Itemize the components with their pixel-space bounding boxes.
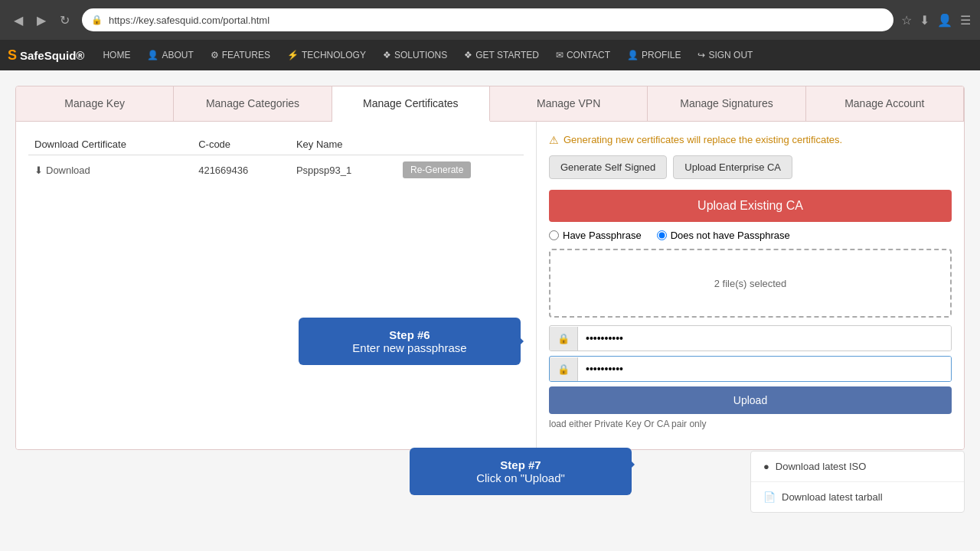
tab-content: Download Certificate C-code Key Name xyxy=(16,122,964,449)
nav-about[interactable]: 👤 ABOUT xyxy=(139,45,201,65)
user-icon[interactable]: 👤 xyxy=(937,13,952,28)
warning-icon: ⚠ xyxy=(549,134,559,146)
left-panel: Download Certificate C-code Key Name xyxy=(16,122,537,449)
nav-technology[interactable]: ⚡ TECHNOLOGY xyxy=(279,45,374,65)
nav-home-label: HOME xyxy=(103,50,130,60)
col-key-name: Key Name xyxy=(290,134,397,155)
no-passphrase-option[interactable]: Does not have Passphrase xyxy=(657,230,790,241)
regenerate-button[interactable]: Re-Generate xyxy=(403,161,471,178)
upload-existing-ca-button[interactable]: Upload Existing CA xyxy=(549,190,952,222)
generate-self-signed-button[interactable]: Generate Self Signed xyxy=(549,155,667,179)
have-passphrase-radio[interactable] xyxy=(549,230,559,240)
nav-sign-out[interactable]: ↪ SIGN OUT xyxy=(690,45,760,65)
browser-bar: ◀ ▶ ↻ 🔒 https://key.safesquid.com/portal… xyxy=(0,0,980,40)
iso-icon: ● xyxy=(763,461,769,472)
step-7-tooltip: Step #7 Click on "Upload" xyxy=(410,448,632,495)
passphrase-field-2: 🔒 xyxy=(549,356,952,382)
lock-icon: 🔒 xyxy=(91,15,103,25)
tab-manage-vpn[interactable]: Manage VPN xyxy=(490,86,648,121)
download-arrow-icon: ⬇ xyxy=(34,165,43,176)
nav-features-label: FEATURES xyxy=(222,50,270,60)
col-download-certificate: Download Certificate xyxy=(28,134,192,155)
download-link[interactable]: ⬇ Download xyxy=(34,165,186,176)
have-passphrase-option[interactable]: Have Passphrase xyxy=(549,230,642,241)
nav-bar: S SafeSquid® HOME 👤 ABOUT ⚙ FEATURES ⚡ T… xyxy=(0,40,980,70)
browser-right-icons: ☆ ⬇ 👤 ☰ xyxy=(901,13,971,28)
upload-button[interactable]: Upload xyxy=(549,386,952,414)
download-icon[interactable]: ⬇ xyxy=(920,13,929,28)
nav-get-started[interactable]: ❖ GET STARTED xyxy=(456,45,547,65)
cert-action-buttons: Generate Self Signed Upload Enterprise C… xyxy=(549,155,952,179)
logo-icon: S xyxy=(8,47,17,64)
step-6-body: Enter new passphrase xyxy=(314,341,505,354)
contact-icon: ✉ xyxy=(556,50,564,60)
table-row: ⬇ Download 421669436 Psppsp93_1 xyxy=(28,155,524,185)
download-tarball-link[interactable]: 📄 Download latest tarball xyxy=(751,482,964,512)
features-icon: ⚙ xyxy=(211,50,219,60)
tarball-icon: 📄 xyxy=(763,491,776,503)
step-6-tooltip: Step #6 Enter new passphrase xyxy=(299,318,521,365)
lock-icon-2: 🔒 xyxy=(550,357,578,381)
forward-button[interactable]: ▶ xyxy=(32,10,51,31)
nav-solutions[interactable]: ❖ SOLUTIONS xyxy=(375,45,455,65)
nav-profile-label: PROFILE xyxy=(642,50,681,60)
files-selected-text: 2 file(s) selected xyxy=(714,278,787,289)
passphrase-field-1: 🔒 xyxy=(549,325,952,351)
bookmark-icon[interactable]: ☆ xyxy=(901,13,912,28)
tab-manage-categories[interactable]: Manage Categories xyxy=(174,86,332,121)
back-button[interactable]: ◀ xyxy=(9,10,28,31)
c-code-cell: 421669436 xyxy=(192,155,290,185)
tab-manage-certificates[interactable]: Manage Certificates xyxy=(332,86,490,122)
passphrase-options: Have Passphrase Does not have Passphrase xyxy=(549,230,952,241)
url-text: https://key.safesquid.com/portal.html xyxy=(109,15,270,26)
col-c-code: C-code xyxy=(192,134,290,155)
about-icon: 👤 xyxy=(147,50,158,60)
step-7-body: Click on "Upload" xyxy=(425,471,616,484)
passphrase-input-1[interactable] xyxy=(578,326,951,350)
upload-enterprise-ca-button[interactable]: Upload Enterprise CA xyxy=(673,155,792,179)
refresh-button[interactable]: ↻ xyxy=(55,10,74,31)
logo-text: SafeSquid® xyxy=(20,49,84,62)
right-panel: ⚠ Generating new certificates will repla… xyxy=(537,122,964,449)
signout-icon: ↪ xyxy=(697,50,705,60)
download-iso-link[interactable]: ● Download latest ISO xyxy=(751,452,964,482)
nav-technology-label: TECHNOLOGY xyxy=(302,50,366,60)
nav-home[interactable]: HOME xyxy=(95,45,138,65)
tab-manage-key[interactable]: Manage Key xyxy=(16,86,174,121)
col-actions xyxy=(397,134,524,155)
technology-icon: ⚡ xyxy=(287,50,299,60)
nav-sign-out-label: SIGN OUT xyxy=(708,50,753,60)
menu-icon[interactable]: ☰ xyxy=(960,13,971,28)
profile-icon: 👤 xyxy=(627,50,639,60)
nav-features[interactable]: ⚙ FEATURES xyxy=(203,45,278,65)
nav-profile[interactable]: 👤 PROFILE xyxy=(619,45,688,65)
site-logo[interactable]: S SafeSquid® xyxy=(8,47,84,64)
step-6-title: Step #6 xyxy=(314,328,505,341)
nav-about-label: ABOUT xyxy=(162,50,193,60)
warning-message: ⚠ Generating new certificates will repla… xyxy=(549,134,952,146)
main-content: Manage Key Manage Categories Manage Cert… xyxy=(0,70,980,551)
nav-contact-label: CONTACT xyxy=(567,50,610,60)
tabs-header: Manage Key Manage Categories Manage Cert… xyxy=(16,86,964,122)
solutions-icon: ❖ xyxy=(383,50,391,60)
tab-manage-account[interactable]: Manage Account xyxy=(806,86,964,121)
address-bar[interactable]: 🔒 https://key.safesquid.com/portal.html xyxy=(82,8,893,31)
certificate-table: Download Certificate C-code Key Name xyxy=(28,134,524,184)
browser-nav-buttons: ◀ ▶ ↻ xyxy=(9,10,74,31)
get-started-icon: ❖ xyxy=(464,50,472,60)
step-7-title: Step #7 xyxy=(425,458,616,471)
tabs-container: Manage Key Manage Categories Manage Cert… xyxy=(15,86,965,450)
file-drop-zone[interactable]: 2 file(s) selected xyxy=(549,249,952,318)
bottom-right-panel: ● Download latest ISO 📄 Download latest … xyxy=(750,451,965,513)
key-name-cell: Psppsp93_1 xyxy=(290,155,397,185)
nav-get-started-label: GET STARTED xyxy=(475,50,539,60)
passphrase-input-2[interactable] xyxy=(578,357,951,381)
tab-manage-signatures[interactable]: Manage Signatures xyxy=(648,86,805,121)
lock-icon-1: 🔒 xyxy=(550,327,578,350)
nav-solutions-label: SOLUTIONS xyxy=(394,50,447,60)
no-passphrase-radio[interactable] xyxy=(657,230,667,240)
nav-contact[interactable]: ✉ CONTACT xyxy=(548,45,618,65)
upload-note: load either Private Key Or CA pair only xyxy=(549,419,952,429)
